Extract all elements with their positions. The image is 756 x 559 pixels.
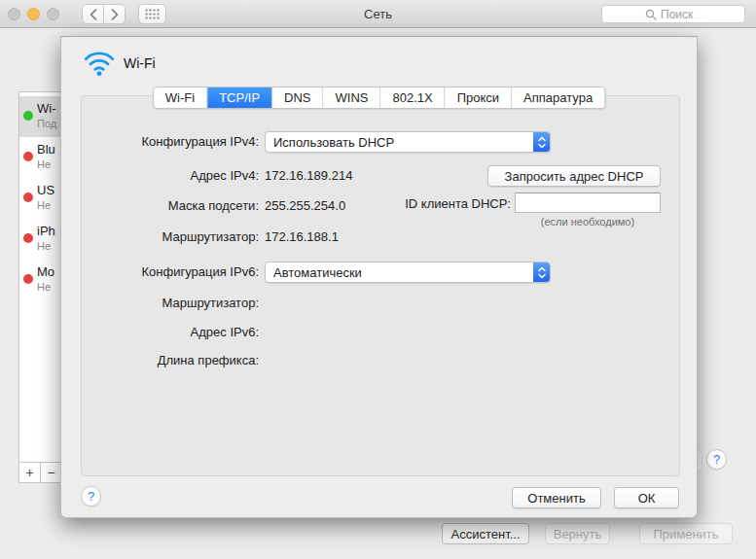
dhcp-client-id-input[interactable]: [515, 192, 661, 213]
zoom-button[interactable]: [47, 8, 59, 20]
tab-8021x[interactable]: 802.1X: [380, 87, 445, 108]
back-button[interactable]: [82, 4, 104, 24]
service-status-text: Не: [37, 240, 51, 252]
grid-icon: [145, 9, 160, 19]
cancel-button[interactable]: Отменить: [512, 487, 601, 508]
tab-hardware[interactable]: Аппаратура: [512, 87, 604, 108]
ok-button[interactable]: ОК: [614, 487, 679, 508]
remove-service-button[interactable]: −: [41, 463, 62, 482]
service-row-modem[interactable]: Mo Не: [19, 260, 66, 300]
dhcp-client-id-label: ID клиента DHCP:: [392, 196, 511, 211]
service-label: US: [37, 183, 54, 197]
nav-buttons: [82, 4, 126, 24]
tab-wifi[interactable]: Wi-Fi: [154, 87, 207, 108]
status-dot-disconnected: [23, 192, 33, 202]
subnet-mask-label: Маска подсети:: [61, 198, 259, 213]
service-status-text: Под: [37, 118, 56, 129]
question-mark-icon: ?: [713, 452, 720, 467]
service-status-text: Не: [37, 199, 51, 211]
ipv6-config-selected-value: Автоматически: [273, 265, 362, 280]
ipv4-router-value: 172.16.188.1: [265, 229, 339, 244]
sheet-service-title: Wi-Fi: [124, 55, 156, 71]
sheet-help-button[interactable]: ?: [81, 486, 101, 507]
ipv6-config-label: Конфигурация IPv6:: [61, 264, 259, 279]
tab-wins[interactable]: WINS: [324, 87, 381, 108]
assistant-button[interactable]: Ассистент...: [442, 523, 529, 544]
service-row-iphone[interactable]: iPh Не: [19, 219, 66, 260]
status-dot-connected: [23, 111, 33, 121]
status-dot-disconnected: [23, 233, 33, 243]
chevron-up-down-icon: [533, 132, 550, 152]
service-status-text: Не: [37, 281, 51, 293]
service-status-text: Не: [37, 158, 51, 170]
ipv6-address-label: Адрес IPv6:: [61, 325, 259, 339]
service-label: Blu: [37, 142, 55, 157]
ipv4-config-selected-value: Использовать DHCP: [273, 135, 394, 150]
request-dhcp-button[interactable]: Запросить адрес DHCP: [487, 165, 661, 187]
chevron-right-icon: [111, 9, 119, 20]
tab-dns[interactable]: DNS: [272, 87, 323, 108]
search-icon: [645, 9, 657, 20]
search-input[interactable]: [661, 8, 702, 21]
revert-button: Вернуть: [545, 523, 610, 544]
ipv4-config-label: Конфигурация IPv4:: [61, 134, 259, 149]
ipv4-address-label: Адрес IPv4:: [61, 168, 259, 183]
chevron-up-down-icon: [533, 262, 550, 282]
dhcp-client-id-hint: (если необходимо): [515, 216, 661, 227]
tab-proxies[interactable]: Прокси: [446, 87, 512, 108]
list-edit-bar: + −: [19, 462, 66, 482]
chevron-left-icon: [90, 9, 97, 20]
network-preferences-window: Сеть Wi- Под Blu Не US Не iPh Не: [0, 0, 756, 559]
ipv6-router-label: Маршрутизатор:: [61, 296, 259, 310]
add-service-button[interactable]: +: [19, 463, 41, 482]
apply-button: Применить: [639, 523, 733, 544]
service-row-usb[interactable]: US Не: [19, 178, 66, 219]
wifi-advanced-sheet: Wi-Fi Wi-Fi TCP/IP DNS WINS 802.1X Прокс…: [60, 36, 698, 518]
window-help-button[interactable]: ?: [706, 449, 727, 470]
tab-bar: Wi-Fi TCP/IP DNS WINS 802.1X Прокси Аппа…: [153, 87, 605, 109]
status-dot-disconnected: [23, 152, 33, 161]
ipv4-config-select[interactable]: Использовать DHCP: [265, 131, 551, 153]
tab-tcpip[interactable]: TCP/IP: [207, 87, 272, 108]
close-button[interactable]: [8, 8, 20, 20]
titlebar: Сеть: [0, 0, 756, 28]
forward-button[interactable]: [103, 4, 126, 24]
service-label: Mo: [37, 264, 54, 279]
service-row-wifi[interactable]: Wi- Под: [19, 96, 66, 137]
question-mark-icon: ?: [88, 489, 94, 504]
status-dot-disconnected: [23, 274, 33, 284]
ipv6-config-select[interactable]: Автоматически: [265, 262, 551, 283]
service-label: iPh: [37, 224, 55, 238]
service-label: Wi-: [37, 101, 56, 116]
search-field[interactable]: [601, 5, 745, 23]
subnet-mask-value: 255.255.254.0: [265, 198, 345, 213]
ipv6-prefix-label: Длина префикса:: [61, 353, 259, 367]
minimize-button[interactable]: [27, 8, 40, 20]
ipv4-address-value: 172.16.189.214: [265, 168, 352, 183]
ipv4-router-label: Маршрутизатор:: [61, 229, 259, 244]
wifi-icon: [83, 50, 116, 77]
service-row-bluetooth[interactable]: Blu Не: [19, 137, 66, 178]
show-all-button[interactable]: [138, 4, 166, 24]
